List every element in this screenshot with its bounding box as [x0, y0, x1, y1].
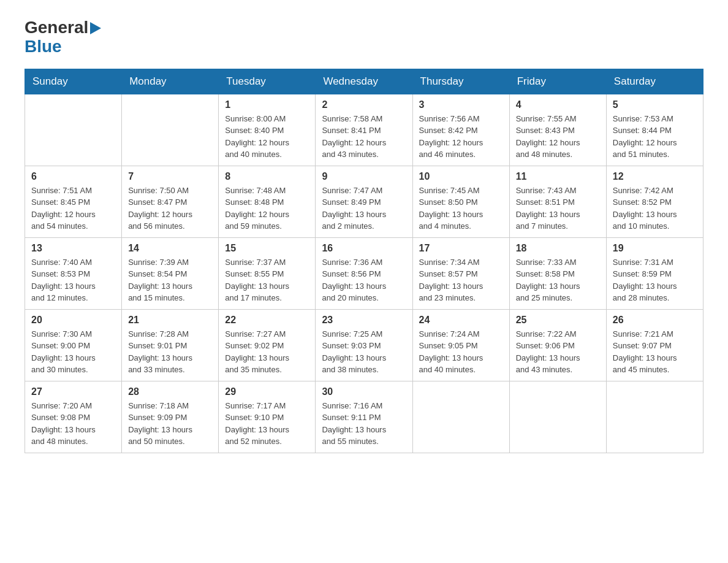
day-number: 9: [322, 171, 406, 182]
calendar-cell: [25, 94, 122, 166]
day-number: 24: [419, 315, 503, 326]
logo: General Blue: [25, 18, 101, 56]
calendar-cell: 18Sunrise: 7:33 AMSunset: 8:58 PMDayligh…: [509, 237, 606, 309]
calendar-cell: 3Sunrise: 7:56 AMSunset: 8:42 PMDaylight…: [412, 94, 509, 166]
days-header-row: SundayMondayTuesdayWednesdayThursdayFrid…: [25, 69, 703, 94]
day-number: 30: [322, 386, 406, 397]
day-header-thursday: Thursday: [412, 69, 509, 94]
calendar-cell: 19Sunrise: 7:31 AMSunset: 8:59 PMDayligh…: [606, 237, 703, 309]
logo-container: General Blue: [25, 18, 101, 56]
calendar-cell: 15Sunrise: 7:37 AMSunset: 8:55 PMDayligh…: [219, 237, 316, 309]
logo-general-text: General: [25, 18, 88, 37]
day-number: 16: [322, 243, 406, 254]
logo-blue-text: Blue: [25, 37, 62, 56]
day-number: 7: [128, 171, 212, 182]
calendar-cell: 9Sunrise: 7:47 AMSunset: 8:49 PMDaylight…: [316, 166, 412, 237]
day-info: Sunrise: 7:17 AMSunset: 9:10 PMDaylight:…: [225, 400, 309, 448]
calendar-cell: 30Sunrise: 7:16 AMSunset: 9:11 PMDayligh…: [316, 381, 412, 453]
day-number: 2: [322, 99, 406, 110]
day-info: Sunrise: 7:25 AMSunset: 9:03 PMDaylight:…: [322, 328, 406, 376]
day-info: Sunrise: 7:28 AMSunset: 9:01 PMDaylight:…: [128, 328, 212, 376]
calendar-cell: [412, 381, 509, 453]
week-row-2: 6Sunrise: 7:51 AMSunset: 8:45 PMDaylight…: [25, 166, 703, 237]
calendar-cell: 5Sunrise: 7:53 AMSunset: 8:44 PMDaylight…: [606, 94, 703, 166]
calendar-cell: 26Sunrise: 7:21 AMSunset: 9:07 PMDayligh…: [606, 309, 703, 381]
calendar-cell: 24Sunrise: 7:24 AMSunset: 9:05 PMDayligh…: [412, 309, 509, 381]
calendar-cell: [606, 381, 703, 453]
day-info: Sunrise: 7:16 AMSunset: 9:11 PMDaylight:…: [322, 400, 406, 448]
day-number: 23: [322, 315, 406, 326]
day-info: Sunrise: 7:40 AMSunset: 8:53 PMDaylight:…: [31, 256, 115, 304]
calendar-cell: 7Sunrise: 7:50 AMSunset: 8:47 PMDaylight…: [122, 166, 219, 237]
calendar-cell: 14Sunrise: 7:39 AMSunset: 8:54 PMDayligh…: [122, 237, 219, 309]
logo-arrow-icon: [90, 22, 101, 34]
calendar-cell: 25Sunrise: 7:22 AMSunset: 9:06 PMDayligh…: [509, 309, 606, 381]
day-header-saturday: Saturday: [606, 69, 703, 94]
day-number: 5: [613, 99, 697, 110]
calendar-cell: [509, 381, 606, 453]
week-row-1: 1Sunrise: 8:00 AMSunset: 8:40 PMDaylight…: [25, 94, 703, 166]
calendar-cell: 12Sunrise: 7:42 AMSunset: 8:52 PMDayligh…: [606, 166, 703, 237]
day-number: 11: [516, 171, 600, 182]
day-header-monday: Monday: [122, 69, 219, 94]
day-info: Sunrise: 7:30 AMSunset: 9:00 PMDaylight:…: [31, 328, 115, 376]
day-number: 12: [613, 171, 697, 182]
calendar-cell: 17Sunrise: 7:34 AMSunset: 8:57 PMDayligh…: [412, 237, 509, 309]
day-number: 3: [419, 99, 503, 110]
day-info: Sunrise: 8:00 AMSunset: 8:40 PMDaylight:…: [225, 113, 309, 161]
calendar-cell: 27Sunrise: 7:20 AMSunset: 9:08 PMDayligh…: [25, 381, 122, 453]
day-number: 28: [128, 386, 212, 397]
day-info: Sunrise: 7:51 AMSunset: 8:45 PMDaylight:…: [31, 185, 115, 232]
day-info: Sunrise: 7:33 AMSunset: 8:58 PMDaylight:…: [516, 256, 600, 304]
day-info: Sunrise: 7:53 AMSunset: 8:44 PMDaylight:…: [613, 113, 697, 161]
day-number: 19: [613, 243, 697, 254]
day-number: 22: [225, 315, 309, 326]
day-info: Sunrise: 7:58 AMSunset: 8:41 PMDaylight:…: [322, 113, 406, 161]
day-number: 14: [128, 243, 212, 254]
calendar-cell: 8Sunrise: 7:48 AMSunset: 8:48 PMDaylight…: [219, 166, 316, 237]
day-number: 18: [516, 243, 600, 254]
day-info: Sunrise: 7:39 AMSunset: 8:54 PMDaylight:…: [128, 256, 212, 304]
calendar-cell: 1Sunrise: 8:00 AMSunset: 8:40 PMDaylight…: [219, 94, 316, 166]
day-number: 15: [225, 243, 309, 254]
day-header-sunday: Sunday: [25, 69, 122, 94]
day-number: 29: [225, 386, 309, 397]
day-number: 21: [128, 315, 212, 326]
day-info: Sunrise: 7:27 AMSunset: 9:02 PMDaylight:…: [225, 328, 309, 376]
day-info: Sunrise: 7:55 AMSunset: 8:43 PMDaylight:…: [516, 113, 600, 161]
day-number: 8: [225, 171, 309, 182]
calendar-cell: 22Sunrise: 7:27 AMSunset: 9:02 PMDayligh…: [219, 309, 316, 381]
calendar-cell: 16Sunrise: 7:36 AMSunset: 8:56 PMDayligh…: [316, 237, 412, 309]
day-info: Sunrise: 7:42 AMSunset: 8:52 PMDaylight:…: [613, 185, 697, 232]
page-header: General Blue: [25, 18, 703, 56]
day-info: Sunrise: 7:47 AMSunset: 8:49 PMDaylight:…: [322, 185, 406, 232]
calendar-cell: 28Sunrise: 7:18 AMSunset: 9:09 PMDayligh…: [122, 381, 219, 453]
day-info: Sunrise: 7:45 AMSunset: 8:50 PMDaylight:…: [419, 185, 503, 232]
calendar-cell: 20Sunrise: 7:30 AMSunset: 9:00 PMDayligh…: [25, 309, 122, 381]
day-number: 4: [516, 99, 600, 110]
day-info: Sunrise: 7:43 AMSunset: 8:51 PMDaylight:…: [516, 185, 600, 232]
day-number: 6: [31, 171, 115, 182]
calendar-table: SundayMondayTuesdayWednesdayThursdayFrid…: [25, 69, 703, 453]
week-row-5: 27Sunrise: 7:20 AMSunset: 9:08 PMDayligh…: [25, 381, 703, 453]
day-info: Sunrise: 7:22 AMSunset: 9:06 PMDaylight:…: [516, 328, 600, 376]
day-info: Sunrise: 7:31 AMSunset: 8:59 PMDaylight:…: [613, 256, 697, 304]
day-number: 25: [516, 315, 600, 326]
calendar-cell: 21Sunrise: 7:28 AMSunset: 9:01 PMDayligh…: [122, 309, 219, 381]
day-info: Sunrise: 7:48 AMSunset: 8:48 PMDaylight:…: [225, 185, 309, 232]
calendar-cell: 11Sunrise: 7:43 AMSunset: 8:51 PMDayligh…: [509, 166, 606, 237]
logo-bottom-row: Blue: [25, 37, 101, 56]
day-info: Sunrise: 7:24 AMSunset: 9:05 PMDaylight:…: [419, 328, 503, 376]
day-number: 20: [31, 315, 115, 326]
logo-top-row: General: [25, 18, 101, 37]
week-row-3: 13Sunrise: 7:40 AMSunset: 8:53 PMDayligh…: [25, 237, 703, 309]
day-info: Sunrise: 7:20 AMSunset: 9:08 PMDaylight:…: [31, 400, 115, 448]
calendar-cell: 13Sunrise: 7:40 AMSunset: 8:53 PMDayligh…: [25, 237, 122, 309]
day-number: 26: [613, 315, 697, 326]
day-info: Sunrise: 7:18 AMSunset: 9:09 PMDaylight:…: [128, 400, 212, 448]
day-info: Sunrise: 7:36 AMSunset: 8:56 PMDaylight:…: [322, 256, 406, 304]
day-number: 27: [31, 386, 115, 397]
calendar-cell: [122, 94, 219, 166]
day-number: 13: [31, 243, 115, 254]
calendar-cell: 10Sunrise: 7:45 AMSunset: 8:50 PMDayligh…: [412, 166, 509, 237]
